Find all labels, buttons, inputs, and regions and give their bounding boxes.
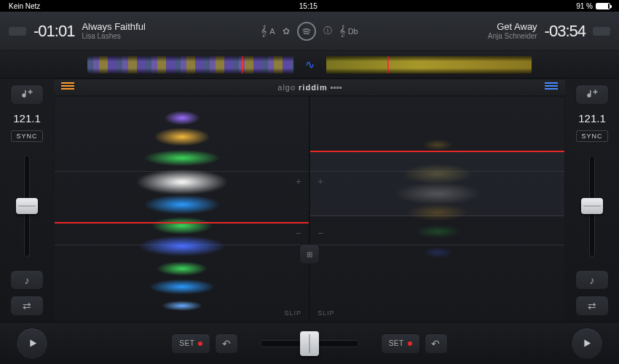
deck-a[interactable]: + − SLIP — [54, 96, 310, 322]
treble-clef-icon: 𝄞 — [261, 25, 267, 37]
note-icon: ♪ — [590, 274, 595, 286]
cue-group-a: SET ↶ — [171, 333, 238, 354]
track-artist-b: Anja Schneider — [488, 32, 537, 41]
crossfader-thumb[interactable] — [300, 331, 319, 356]
set-cue-b[interactable]: SET — [381, 333, 420, 354]
play-button-a[interactable] — [16, 328, 48, 360]
clock: 15:15 — [299, 2, 318, 10]
cue-line-a — [55, 222, 309, 223]
automix-icon[interactable]: ∿ — [305, 58, 315, 71]
waveform-view-a[interactable] — [61, 82, 74, 92]
ios-status-bar: Kein Netz 15:15 91 % — [0, 0, 619, 12]
play-button-b[interactable] — [571, 328, 603, 360]
cue-dot-icon — [408, 341, 412, 346]
track-info-b[interactable]: Get Away Anja Schneider — [488, 21, 537, 41]
note-icon: ♪ — [25, 274, 30, 286]
zoom-out-b[interactable]: − — [318, 227, 323, 239]
cue-group-b: SET ↶ — [381, 333, 448, 354]
track-title-a: Always Faithful — [82, 21, 145, 33]
track-artist-a: Lisa Lashes — [82, 32, 145, 41]
side-panel-a: 121.1 SYNC ♪ ⇄ — [0, 79, 54, 322]
tempo-slider-b[interactable] — [589, 155, 595, 257]
mixer-grid-button[interactable]: ⊞ — [299, 244, 320, 264]
key-a[interactable]: 𝄞A — [261, 25, 275, 37]
zoom-out-a[interactable]: − — [296, 227, 301, 239]
bpm-a[interactable]: 121.1 — [13, 112, 41, 124]
bpm-b[interactable]: 121.1 — [578, 112, 606, 124]
slip-label-b[interactable]: SLIP — [318, 309, 335, 317]
record-indicator-b[interactable] — [593, 27, 610, 36]
zoom-in-a[interactable]: + — [296, 175, 301, 187]
slip-label-a[interactable]: SLIP — [284, 309, 301, 317]
track-info-a[interactable]: Always Faithful Lisa Lashes — [82, 21, 145, 41]
fx-button-b[interactable]: ⇄ — [575, 296, 609, 316]
loop-button-b[interactable]: ↶ — [425, 333, 448, 354]
tempo-thumb-b[interactable] — [581, 198, 603, 214]
transport-footer: SET ↶ SET ↶ — [0, 322, 619, 364]
key-b[interactable]: 𝄞Db — [339, 25, 358, 37]
overview-wave-a[interactable] — [87, 56, 293, 74]
fx-icon: ⇄ — [23, 300, 31, 312]
sync-button-a[interactable]: SYNC — [11, 130, 42, 142]
loop-icon: ↶ — [431, 338, 441, 349]
info-icon[interactable]: ⓘ — [323, 25, 332, 37]
main-panel: 121.1 SYNC ♪ ⇄ algoriddim + − — [0, 79, 619, 322]
key-button-b[interactable]: ♪ — [575, 270, 609, 290]
tempo-thumb-a[interactable] — [16, 198, 38, 214]
waveform-overview: ∿ — [0, 51, 619, 79]
deck-b[interactable]: + − SLIP — [310, 96, 565, 322]
playhead-b — [387, 56, 389, 74]
music-add-icon — [586, 88, 599, 101]
spotify-source-button[interactable] — [297, 22, 316, 41]
sync-button-b[interactable]: SYNC — [576, 130, 607, 142]
battery-icon — [596, 3, 610, 9]
playhead-a — [242, 56, 243, 74]
loop-button-a[interactable]: ↶ — [215, 333, 238, 354]
track-title-b: Get Away — [488, 21, 537, 33]
treble-clef-icon: 𝄞 — [339, 25, 345, 37]
fx-icon: ⇄ — [588, 300, 596, 312]
loop-highlight-b — [310, 151, 564, 216]
overview-wave-b[interactable] — [326, 56, 532, 74]
library-button-a[interactable] — [10, 84, 44, 105]
vertical-waveform-a — [109, 97, 255, 321]
library-button-b[interactable] — [575, 84, 609, 105]
settings-icon[interactable]: ✿ — [283, 26, 290, 36]
brand-logo: algoriddim — [277, 83, 341, 92]
set-cue-a[interactable]: SET — [171, 333, 210, 354]
network-status: Kein Netz — [9, 2, 40, 10]
waveform-view-b[interactable] — [545, 82, 558, 92]
time-remaining-b: -03:54 — [545, 22, 586, 41]
decks: algoriddim + − — [54, 79, 565, 322]
header: -01:01 Always Faithful Lisa Lashes 𝄞A ✿ … — [0, 12, 619, 51]
time-remaining-a: -01:01 — [33, 22, 74, 41]
loop-icon: ↶ — [222, 338, 232, 349]
key-button-a[interactable]: ♪ — [10, 270, 44, 290]
dj-app: -01:01 Always Faithful Lisa Lashes 𝄞A ✿ … — [0, 12, 619, 364]
cue-dot-icon — [198, 341, 202, 346]
deck-toolbar: algoriddim — [54, 79, 565, 96]
zoom-in-b[interactable]: + — [318, 175, 323, 187]
record-indicator-a[interactable] — [9, 27, 26, 36]
fx-button-a[interactable]: ⇄ — [10, 296, 44, 316]
tempo-slider-a[interactable] — [24, 155, 30, 257]
crossfader[interactable] — [260, 340, 358, 347]
battery-pct: 91 % — [576, 2, 593, 10]
cue-line-b — [310, 151, 564, 152]
music-add-icon — [20, 88, 33, 101]
side-panel-b: 121.1 SYNC ♪ ⇄ — [565, 79, 619, 322]
